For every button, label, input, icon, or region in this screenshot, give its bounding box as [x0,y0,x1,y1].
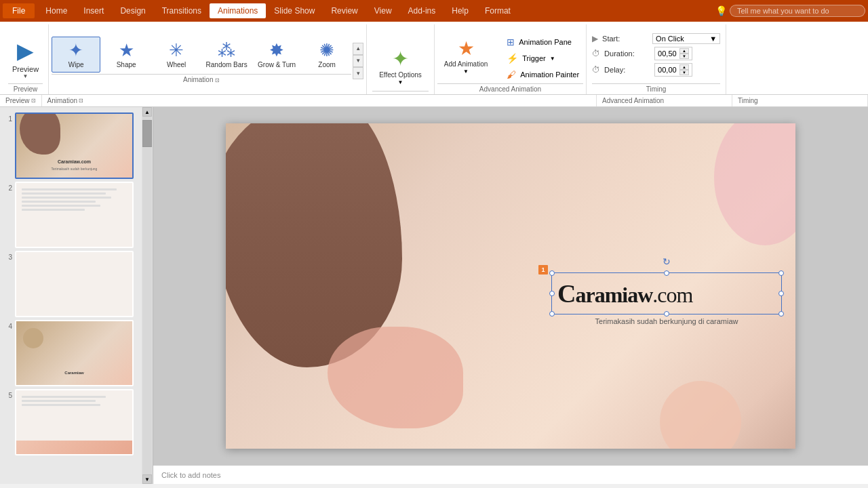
rb-advanced[interactable]: Advanced Animation [597,95,732,106]
effect-options-button[interactable]: ✦ Effect Options ▼ [372,43,429,89]
animation-section: ✦ Wipe ★ Shape ✳ Wheel ⁂ Random Bars ✸ [49,24,367,94]
handle-top-right[interactable] [778,270,784,276]
animation-painter-button[interactable]: 🖌 Animation Painter [502,67,583,82]
add-animation-icon: ★ [458,37,475,60]
slide-thumb-4[interactable]: Caramiaw [15,320,134,386]
duration-down[interactable]: ▼ [679,54,689,59]
handle-top-middle[interactable] [664,270,669,276]
tab-bar: File Home Insert Design Transitions Anim… [0,0,868,22]
delay-up[interactable]: ▲ [679,64,689,70]
handle-bottom-right[interactable] [778,311,784,317]
trigger-button[interactable]: ⚡ Trigger ▼ [502,51,583,66]
start-value: On Click [656,35,684,43]
tab-review[interactable]: Review [323,3,366,18]
preview-icon: ▶ [17,38,34,64]
anim-shape[interactable]: ★ Shape [102,37,151,73]
preview-button[interactable]: ▶ Preview ▼ [8,35,43,82]
effect-options-section-bottom [372,91,429,94]
trigger-dropdown[interactable]: ▼ [550,56,555,62]
slide-list: 1 Caramiaw.com Terimakasih sudah berkunj… [0,107,142,484]
rotate-handle[interactable]: ↻ [661,256,672,267]
effect-options-dropdown[interactable]: ▼ [397,79,403,85]
rb-preview[interactable]: Preview ⊡ [0,95,42,106]
panel-scroll-thumb[interactable] [142,120,152,147]
tab-transitions[interactable]: Transitions [154,3,210,18]
gallery-scroll-up[interactable]: ▲ [353,43,363,55]
slide-item-4[interactable]: 4 Caramiaw [3,320,139,386]
duration-text: 00,50 [658,49,677,58]
add-animation-label: Add Animation [444,60,488,68]
slide-item-1[interactable]: 1 Caramiaw.com Terimakasih sudah berkunj… [3,113,139,179]
animation-pane-button[interactable]: ⊞ Animation Pane [502,35,583,49]
wheel-label: Wheel [167,61,186,69]
slide-shape-peach [328,327,463,428]
random-bars-icon: ⁂ [218,40,235,61]
slide-thumb-1[interactable]: Caramiaw.com Terimakasih sudah berkunjun… [15,113,134,179]
slide-item-2[interactable]: 2 [3,182,139,248]
delay-spinner[interactable]: ▲ ▼ [679,64,689,75]
ribbon-bottom: Preview ⊡ Animation ⊡ Advanced Animation… [0,95,868,107]
slide-title[interactable]: Caramiaw.com [557,279,776,308]
slide-thumb-img-3: ○ ○ ○ [16,252,132,316]
add-animation-dropdown[interactable]: ▼ [463,68,469,75]
anim-wipe[interactable]: ✦ Wipe [52,37,100,73]
tab-slideshow[interactable]: Slide Show [266,3,323,18]
anim-random-bars[interactable]: ⁂ Random Bars [202,37,251,73]
slide-subtitle: Terimakasih sudah berkunjung di caramiaw [551,317,782,325]
tab-format[interactable]: Format [477,3,519,18]
tab-design[interactable]: Design [112,3,153,18]
anim-grow-turn[interactable]: ✸ Grow & Turn [252,37,301,73]
slide-thumb-3[interactable]: ○ ○ ○ [15,251,134,317]
delay-down[interactable]: ▼ [679,70,689,75]
add-animation-button[interactable]: ★ Add Animation ▼ [437,35,495,77]
tab-file[interactable]: File [3,3,35,18]
anim-wheel[interactable]: ✳ Wheel [152,37,201,73]
tell-me-input[interactable] [730,5,865,17]
slide-item-3[interactable]: 3 ○ ○ ○ [3,251,139,317]
notes-area[interactable]: Click to add notes [153,465,868,484]
effect-options-label: Effect Options [379,70,422,79]
slide-thumb-5[interactable] [15,389,134,455]
rb-timing[interactable]: Timing [732,95,868,106]
animation-section-expand[interactable]: ⊡ [215,77,220,83]
panel-scroll-track[interactable] [142,117,152,474]
rb-animation[interactable]: Animation ⊡ [42,95,597,106]
shape-label: Shape [117,61,136,69]
slide-canvas[interactable]: ↻ 1 Caramiaw.com [226,123,795,449]
slide-item-5[interactable]: 5 [3,389,139,455]
slide-shape-pink-right [714,123,795,245]
handle-bottom-left[interactable] [549,311,555,317]
delay-label: Delay: [604,66,652,74]
preview-dropdown[interactable]: ▼ [23,73,28,79]
tab-addins[interactable]: Add-ins [400,3,444,18]
panel-scroll-down[interactable]: ▼ [142,474,152,484]
gallery-scroll-more[interactable]: ▾ [353,67,363,79]
handle-middle-left[interactable] [549,291,555,296]
text-box-selected[interactable]: ↻ 1 Caramiaw.com [551,272,782,325]
slide-thumb-img-2 [16,183,132,247]
rb-preview-icon: ⊡ [31,98,36,104]
trigger-icon: ⚡ [507,53,518,64]
grow-turn-icon: ✸ [269,40,284,61]
animation-pane-label: Animation Pane [519,38,572,46]
handle-middle-right[interactable] [778,291,784,296]
duration-spinner[interactable]: ▲ ▼ [679,48,689,59]
handle-top-left[interactable] [549,270,555,276]
slide-thumb-2[interactable] [15,182,134,248]
duration-up[interactable]: ▲ [679,48,689,54]
advanced-animation-section: ★ Add Animation ▼ ⊞ Animation Pane ⚡ Tri… [435,24,587,94]
handle-bottom-middle[interactable] [664,311,669,317]
start-dropdown[interactable]: On Click ▼ [652,33,720,44]
slide-thumb-img-4: Caramiaw [16,321,132,385]
tab-animations[interactable]: Animations [210,3,266,18]
tab-insert[interactable]: Insert [75,3,112,18]
anim-zoom[interactable]: ✺ Zoom [302,37,351,73]
slide-canvas-area[interactable]: ↻ 1 Caramiaw.com [153,107,868,465]
gallery-scroll-down[interactable]: ▼ [353,55,363,67]
wipe-icon: ✦ [68,40,83,61]
tab-home[interactable]: Home [37,3,75,18]
tab-view[interactable]: View [366,3,400,18]
tab-help[interactable]: Help [443,3,477,18]
preview-label: Preview [12,65,39,73]
panel-scroll-up[interactable]: ▲ [142,107,152,117]
